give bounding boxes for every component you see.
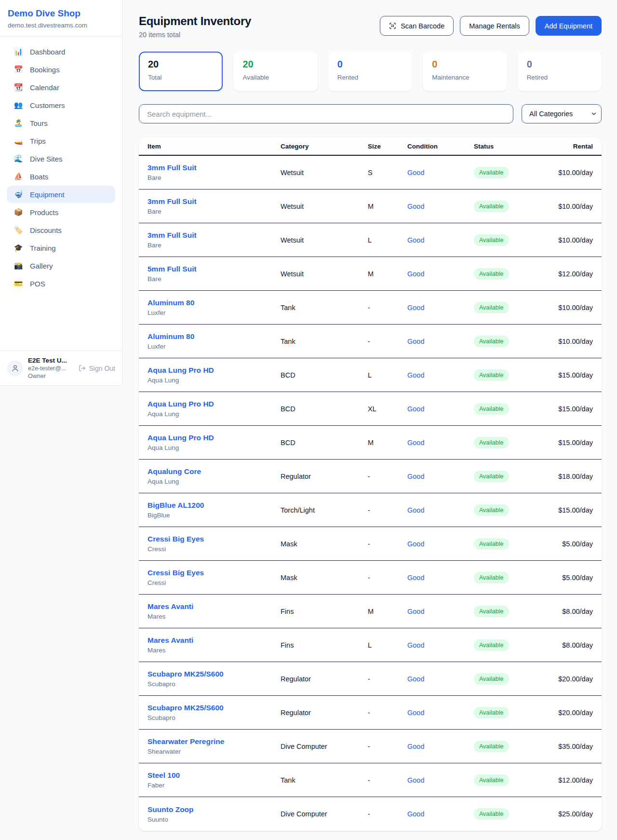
condition-link[interactable]: Good [407,236,424,244]
stat-card-maintenance[interactable]: 0 Maintenance [423,52,507,91]
category-select[interactable]: All Categories [522,104,602,123]
item-name-link[interactable]: 5mm Full Suit [148,265,281,273]
item-name-link[interactable]: Cressi Big Eyes [148,569,281,577]
condition-cell: Good [407,776,474,785]
item-cell: Aqua Lung Pro HD Aqua Lung [148,400,281,418]
item-cell: 3mm Full Suit Bare [148,231,281,249]
sidebar-item-customers[interactable]: 👥 Customers [7,96,115,114]
rental-cell: $15.00/day [529,371,593,379]
manage-rentals-label: Manage Rentals [469,22,520,30]
stat-card-total[interactable]: 20 Total [139,52,223,91]
condition-cell: Good [407,708,474,717]
item-name-link[interactable]: 3mm Full Suit [148,163,281,172]
stat-value: 0 [337,59,403,70]
condition-link[interactable]: Good [407,743,424,750]
add-equipment-button[interactable]: Add Equipment [536,16,602,36]
item-name-link[interactable]: Scubapro MK25/S600 [148,670,281,678]
sidebar-item-dashboard[interactable]: 📊 Dashboard [7,43,115,60]
item-name-link[interactable]: Mares Avanti [148,602,281,611]
category-cell: Wetsuit [281,236,368,244]
item-name-link[interactable]: Aluminum 80 [148,332,281,341]
sign-out-button[interactable]: Sign Out [79,365,115,372]
condition-link[interactable]: Good [407,641,424,649]
item-name-link[interactable]: Aqua Lung Pro HD [148,366,281,375]
sidebar-item-calendar[interactable]: 📆 Calendar [7,79,115,96]
sidebar-item-boats[interactable]: ⛵ Boats [7,168,115,185]
item-name-link[interactable]: Aqualung Core [148,467,281,476]
item-name-link[interactable]: Scubapro MK25/S600 [148,704,281,712]
condition-link[interactable]: Good [407,540,424,548]
rental-cell: $15.00/day [529,506,593,514]
sidebar-item-dive-sites[interactable]: 🌊 Dive Sites [7,150,115,167]
size-cell: - [368,540,407,548]
condition-link[interactable]: Good [407,506,424,514]
condition-link[interactable]: Good [407,270,424,278]
rental-cell: $10.00/day [529,338,593,345]
condition-link[interactable]: Good [407,203,424,210]
condition-link[interactable]: Good [407,304,424,312]
sign-out-label: Sign Out [89,365,115,372]
item-name-link[interactable]: Mares Avanti [148,636,281,645]
condition-link[interactable]: Good [407,709,424,717]
item-name-link[interactable]: Aqua Lung Pro HD [148,400,281,408]
condition-link[interactable]: Good [407,810,424,818]
manage-rentals-button[interactable]: Manage Rentals [460,16,529,36]
equipment-table: Item Category Size Condition Status Rent… [139,137,602,831]
condition-link[interactable]: Good [407,371,424,379]
item-name-link[interactable]: Steel 100 [148,771,281,780]
stat-label: Available [242,74,308,81]
condition-link[interactable]: Good [407,169,424,176]
status-badge: Available [474,471,509,482]
condition-link[interactable]: Good [407,473,424,480]
category-cell: Tank [281,776,368,784]
sidebar-item-equipment[interactable]: 🤿 Equipment [7,186,115,203]
sidebar-item-bookings[interactable]: 📅 Bookings [7,61,115,78]
condition-link[interactable]: Good [407,338,424,345]
sidebar-item-gallery[interactable]: 📸 Gallery [7,257,115,274]
table-row: Aqua Lung Pro HD Aqua Lung BCD L Good Av… [139,358,602,392]
user-email: e2e-tester@... [28,365,74,372]
sidebar-item-tours[interactable]: 🏝️ Tours [7,114,115,132]
condition-cell: Good [407,168,474,177]
search-input[interactable] [139,104,513,123]
sidebar-item-discounts[interactable]: 🏷️ Discounts [7,221,115,239]
item-name-link[interactable]: Shearwater Peregrine [148,737,281,746]
item-name-link[interactable]: Suunto Zoop [148,805,281,814]
stat-card-retired[interactable]: 0 Retired [518,52,602,91]
item-name-link[interactable]: BigBlue AL1200 [148,501,281,510]
category-cell: Tank [281,304,368,312]
condition-link[interactable]: Good [407,675,424,683]
condition-link[interactable]: Good [407,776,424,784]
item-name-link[interactable]: Cressi Big Eyes [148,535,281,543]
sidebar-item-training[interactable]: 🎓 Training [7,239,115,257]
item-name-link[interactable]: 3mm Full Suit [148,197,281,206]
stat-card-available[interactable]: 20 Available [233,52,317,91]
item-name-link[interactable]: Aluminum 80 [148,298,281,307]
table-row: 3mm Full Suit Bare Wetsuit S Good Availa… [139,156,602,190]
sidebar-item-trips[interactable]: 🚤 Trips [7,132,115,149]
column-header-item: Item [148,143,281,150]
condition-link[interactable]: Good [407,608,424,615]
scan-barcode-button[interactable]: Scan Barcode [380,16,454,36]
sidebar-item-pos[interactable]: 💳 POS [7,275,115,292]
brand-name: Demo Dive Shop [8,8,114,19]
item-name-link[interactable]: Aqua Lung Pro HD [148,434,281,442]
sidebar-item-label: Bookings [30,66,60,74]
condition-link[interactable]: Good [407,405,424,413]
condition-cell: Good [407,607,474,616]
table-row: Aluminum 80 Luxfer Tank - Good Available… [139,291,602,325]
condition-link[interactable]: Good [407,574,424,582]
condition-cell: Good [407,573,474,582]
condition-link[interactable]: Good [407,439,424,447]
item-cell: Shearwater Peregrine Shearwater [148,737,281,755]
stat-card-rented[interactable]: 0 Rented [328,52,412,91]
sidebar-item-products[interactable]: 📦 Products [7,203,115,221]
status-cell: Available [474,538,529,550]
item-name-link[interactable]: 3mm Full Suit [148,231,281,240]
rental-cell: $15.00/day [529,439,593,447]
rental-cell: $20.00/day [529,709,593,717]
status-badge: Available [474,234,509,246]
table-row: Aqualung Core Aqua Lung Regulator - Good… [139,460,602,493]
size-cell: M [368,203,407,210]
category-cell: Regulator [281,473,368,480]
